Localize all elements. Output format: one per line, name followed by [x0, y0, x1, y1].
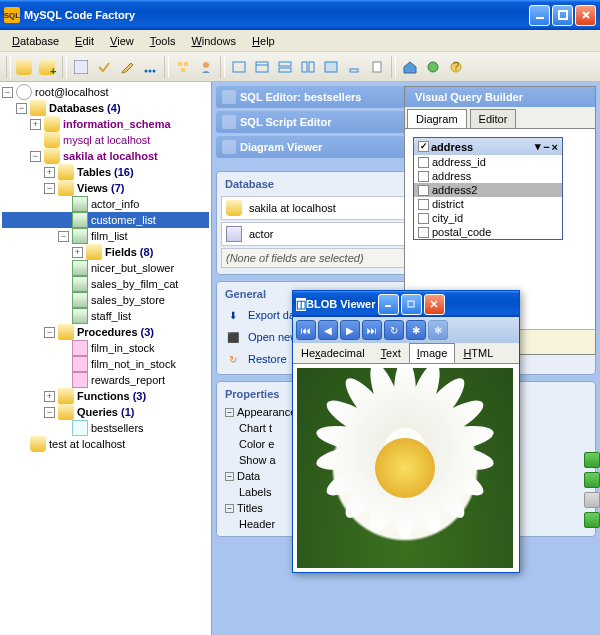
tree-mysql-host[interactable]: mysql at localhost: [2, 132, 209, 148]
table-column[interactable]: district: [414, 197, 562, 211]
dropdown-icon[interactable]: ▾: [535, 140, 541, 153]
tb-win2-icon[interactable]: [251, 56, 273, 78]
menu-help[interactable]: Help: [244, 33, 283, 49]
tree-functions[interactable]: +Functions (3): [2, 388, 209, 404]
checkbox-icon[interactable]: [418, 213, 429, 224]
collapse-icon[interactable]: −: [2, 87, 13, 98]
close-icon[interactable]: ×: [552, 141, 558, 153]
blob-maximize-button[interactable]: [401, 294, 422, 315]
blob-star-button[interactable]: ✱: [406, 320, 426, 340]
tab-editor[interactable]: Editor: [470, 109, 517, 128]
handle-button[interactable]: [584, 472, 600, 488]
collapse-icon[interactable]: −: [44, 327, 55, 338]
tree-tables[interactable]: +Tables (16): [2, 164, 209, 180]
tb-tree-icon[interactable]: [172, 56, 194, 78]
tb-win1-icon[interactable]: [228, 56, 250, 78]
table-column[interactable]: address2: [414, 183, 562, 197]
menu-edit[interactable]: Edit: [67, 33, 102, 49]
tb-doc-icon[interactable]: [366, 56, 388, 78]
tb-winv-icon[interactable]: [297, 56, 319, 78]
blob-next-button[interactable]: ▶: [340, 320, 360, 340]
blob-prev-button[interactable]: ◀: [318, 320, 338, 340]
blob-tab-html[interactable]: HTML: [455, 343, 501, 363]
tb-help-icon[interactable]: ?: [445, 56, 467, 78]
collapse-icon[interactable]: −: [225, 408, 234, 417]
tb-winh-icon[interactable]: [274, 56, 296, 78]
tb-winmax-icon[interactable]: [320, 56, 342, 78]
tree-queries[interactable]: −Queries (1): [2, 404, 209, 420]
collapse-icon[interactable]: −: [225, 472, 234, 481]
expand-icon[interactable]: +: [44, 167, 55, 178]
minimize-button[interactable]: [529, 5, 550, 26]
table-column[interactable]: city_id: [414, 211, 562, 225]
maximize-button[interactable]: [552, 5, 573, 26]
tb-person-icon[interactable]: [195, 56, 217, 78]
blob-close-button[interactable]: [424, 294, 445, 315]
checkbox-icon[interactable]: [418, 185, 429, 196]
tree-proc-item[interactable]: film_in_stock: [2, 340, 209, 356]
collapse-icon[interactable]: −: [44, 183, 55, 194]
checkbox-icon[interactable]: [418, 157, 429, 168]
blob-tab-text[interactable]: Text: [373, 343, 409, 363]
menu-windows[interactable]: Windows: [183, 33, 244, 49]
tree-view-item[interactable]: customer_list: [2, 212, 209, 228]
menu-view[interactable]: View: [102, 33, 142, 49]
tree-root[interactable]: −root@localhost: [2, 84, 209, 100]
blob-titlebar[interactable]: ◫ BLOB Viewer: [293, 291, 519, 317]
tree-view-item[interactable]: sales_by_film_cat: [2, 276, 209, 292]
tb-home-icon[interactable]: [399, 56, 421, 78]
collapse-icon[interactable]: −: [58, 231, 69, 242]
menu-database[interactable]: Database: [4, 33, 67, 49]
tree-test-host[interactable]: test at localhost: [2, 436, 209, 452]
table-column[interactable]: address: [414, 169, 562, 183]
tree-proc-item[interactable]: film_not_in_stock: [2, 356, 209, 372]
tree-databases[interactable]: −Databases (4): [2, 100, 209, 116]
blob-viewer-window[interactable]: ◫ BLOB Viewer ⏮ ◀ ▶ ⏭ ↻ ✱ ✱ Hexadecimal …: [292, 290, 520, 573]
collapse-icon[interactable]: −: [30, 151, 41, 162]
blob-last-button[interactable]: ⏭: [362, 320, 382, 340]
tb-db-icon[interactable]: [14, 56, 36, 78]
blob-tab-image[interactable]: Image: [409, 343, 456, 363]
blob-first-button[interactable]: ⏮: [296, 320, 316, 340]
collapse-icon[interactable]: −: [225, 504, 234, 513]
tab-diagram[interactable]: Diagram: [407, 109, 467, 128]
tree-query-item[interactable]: bestsellers: [2, 420, 209, 436]
checkbox-icon[interactable]: [418, 171, 429, 182]
tb-winmin-icon[interactable]: [343, 56, 365, 78]
close-button[interactable]: [575, 5, 596, 26]
tree-sakila[interactable]: −sakila at localhost: [2, 148, 209, 164]
tb-sql-icon[interactable]: [70, 56, 92, 78]
menu-tools[interactable]: Tools: [142, 33, 184, 49]
table-column[interactable]: address_id: [414, 155, 562, 169]
tree-view-item[interactable]: nicer_but_slower: [2, 260, 209, 276]
diagram-table-title[interactable]: address▾−×: [414, 138, 562, 155]
blob-refresh-button[interactable]: ↻: [384, 320, 404, 340]
tree-view-item[interactable]: sales_by_store: [2, 292, 209, 308]
tb-edit-icon[interactable]: [116, 56, 138, 78]
collapse-icon[interactable]: −: [44, 407, 55, 418]
expand-icon[interactable]: +: [30, 119, 41, 130]
tree-view-item[interactable]: staff_list: [2, 308, 209, 324]
tree-procedures[interactable]: −Procedures (3): [2, 324, 209, 340]
tb-check-icon[interactable]: [93, 56, 115, 78]
collapse-icon[interactable]: −: [16, 103, 27, 114]
tb-dots-icon[interactable]: [139, 56, 161, 78]
blob-minimize-button[interactable]: [378, 294, 399, 315]
tree-view-item[interactable]: actor_info: [2, 196, 209, 212]
tree-views[interactable]: −Views (7): [2, 180, 209, 196]
tree-fields[interactable]: +Fields (8): [2, 244, 209, 260]
tb-db-add-icon[interactable]: +: [37, 56, 59, 78]
diagram-table[interactable]: address▾−× address_id address address2 d…: [413, 137, 563, 240]
expand-icon[interactable]: +: [72, 247, 83, 258]
tb-globe-icon[interactable]: [422, 56, 444, 78]
tree-proc-item[interactable]: rewards_report: [2, 372, 209, 388]
table-column[interactable]: postal_code: [414, 225, 562, 239]
handle-button[interactable]: [584, 492, 600, 508]
checkbox-icon[interactable]: [418, 141, 429, 152]
handle-button[interactable]: [584, 512, 600, 528]
blob-tab-hex[interactable]: Hexadecimal: [293, 343, 373, 363]
handle-button[interactable]: [584, 452, 600, 468]
checkbox-icon[interactable]: [418, 227, 429, 238]
tree-info-schema[interactable]: +information_schema: [2, 116, 209, 132]
checkbox-icon[interactable]: [418, 199, 429, 210]
